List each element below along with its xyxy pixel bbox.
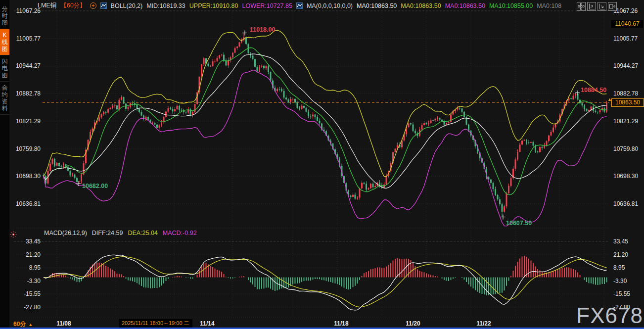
left-tab-bar: 分时图K线图闪电图合约资料 (0, 0, 9, 328)
ma-value: MA10:10855.00 (489, 2, 533, 9)
period-label[interactable]: 【60分】 (60, 1, 86, 10)
kline-chart-canvas[interactable] (0, 0, 644, 329)
add-indicator-icon[interactable]: + (90, 2, 96, 9)
move-icon[interactable] (577, 2, 586, 11)
zoom-out-icon[interactable] (598, 2, 606, 11)
chart-header: LME铜 【60分】 + BOLL(20,2) MID:10819.33 UPP… (38, 1, 561, 10)
date-label: 11/18 (325, 320, 357, 327)
macd-dea-value: DEA:25.04 (128, 230, 157, 236)
macd-diff-value: DIFF:24.59 (92, 230, 123, 236)
sidebar-tab-1[interactable]: K线图 (0, 29, 9, 55)
zoom-in-icon[interactable] (587, 2, 596, 11)
ma-values: MA0:10863.50MA0:10863.50MA0:10863.50MA10… (357, 2, 561, 9)
macd-header: MACD(26,12,9) DIFF:24.59 DEA:25.04 MACD:… (44, 230, 197, 236)
symbol-name: LME铜 (38, 1, 56, 10)
macd-value: MACD:-0.92 (163, 230, 197, 236)
ma-value: MA0:10863.50 (445, 2, 485, 9)
last-price-badge: 10863.50 (611, 98, 644, 107)
boll-mid-value: MID:10819.33 (146, 2, 185, 9)
prev-close-badge: 11040.67 (611, 20, 643, 28)
ma-value: MA0:108 (537, 2, 561, 9)
crosshair-time-tooltip: 2025/11/11 18:00～19:00 二 (119, 319, 192, 328)
indicator-icon[interactable] (100, 2, 107, 9)
macd-title: MACD(26,12,9) (44, 230, 87, 236)
date-label: 11/22 (468, 320, 500, 327)
trading-terminal: 分时图K线图闪电图合约资料 LME铜 【60分】 + BOLL(20,2) MI… (0, 0, 644, 329)
ma-params-label: MA(0,0,0,10,0,0) (307, 2, 353, 9)
boll-lower-value: LOWER:10727.85 (242, 2, 292, 9)
sidebar-tab-2[interactable]: 闪电图 (0, 55, 9, 82)
date-label: 11/08 (48, 320, 80, 327)
sidebar-tab-0[interactable]: 分时图 (0, 3, 9, 29)
sidebar-tab-3[interactable]: 合约资料 (0, 82, 9, 115)
ma-value: MA0:10863.50 (357, 2, 397, 9)
exit-icon[interactable] (608, 2, 617, 11)
boll-upper-value: UPPER:10910.80 (189, 2, 238, 9)
ma-value: MA0:10863.50 (401, 2, 441, 9)
alert-sun-icon[interactable] (9, 231, 17, 240)
period-up-icon: ▲ (28, 322, 33, 327)
scroll-to-latest-icon[interactable]: ▲ (607, 97, 612, 102)
indicator-icon[interactable] (296, 2, 303, 9)
chart-toolbar (577, 2, 617, 11)
date-label: 11/20 (397, 320, 429, 327)
date-label: 11/14 (191, 320, 223, 327)
boll-label: BOLL(20,2) (111, 2, 143, 9)
